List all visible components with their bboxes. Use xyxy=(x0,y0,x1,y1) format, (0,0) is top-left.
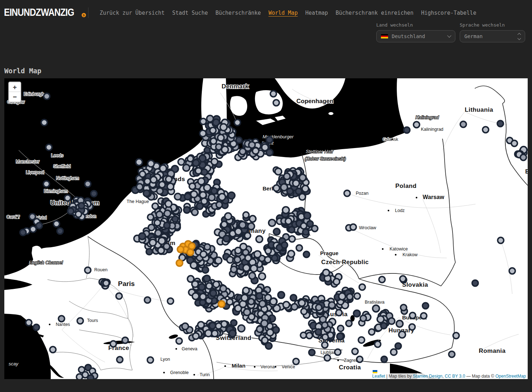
map-marker[interactable] xyxy=(511,140,518,147)
nav-item-0[interactable]: Zurück zur Übersicht xyxy=(100,10,165,16)
map-marker[interactable] xyxy=(200,130,206,137)
map-marker[interactable] xyxy=(231,320,237,326)
map-marker[interactable] xyxy=(76,211,82,217)
map-marker[interactable] xyxy=(156,211,163,218)
map-marker[interactable] xyxy=(146,249,152,255)
map-marker[interactable] xyxy=(164,210,170,217)
map-marker[interactable] xyxy=(239,222,246,229)
map-marker[interactable] xyxy=(20,230,26,236)
map-marker[interactable] xyxy=(357,356,363,363)
map-marker[interactable] xyxy=(36,223,42,229)
map-marker[interactable] xyxy=(377,316,384,323)
map-marker[interactable] xyxy=(299,300,305,306)
map-marker[interactable] xyxy=(192,209,198,216)
map-marker[interactable] xyxy=(249,142,255,148)
map-marker[interactable] xyxy=(212,330,218,337)
map-marker[interactable] xyxy=(157,188,163,194)
map-marker[interactable] xyxy=(85,267,91,273)
map-marker[interactable] xyxy=(229,330,236,337)
map-marker[interactable] xyxy=(204,244,210,250)
map-marker[interactable] xyxy=(193,333,199,339)
map-marker[interactable] xyxy=(278,292,285,298)
map-marker[interactable] xyxy=(238,325,245,332)
map-marker[interactable] xyxy=(210,128,216,134)
map-marker[interactable] xyxy=(284,173,290,180)
map-marker[interactable] xyxy=(293,359,299,365)
map-marker[interactable] xyxy=(215,323,222,329)
map-marker[interactable] xyxy=(281,184,287,191)
map-marker[interactable] xyxy=(243,264,250,271)
map-marker[interactable] xyxy=(211,158,218,165)
language-select[interactable]: German xyxy=(460,30,525,42)
map-marker[interactable] xyxy=(333,278,340,285)
map-marker[interactable] xyxy=(213,281,219,287)
map-marker[interactable] xyxy=(191,191,197,197)
map-marker[interactable] xyxy=(379,277,385,283)
map-marker[interactable] xyxy=(44,181,50,187)
map-marker[interactable] xyxy=(136,184,143,190)
map-marker[interactable] xyxy=(396,320,403,327)
map-marker[interactable] xyxy=(184,207,190,213)
map-marker[interactable] xyxy=(243,212,249,218)
map-marker[interactable] xyxy=(240,148,246,155)
map-marker[interactable] xyxy=(288,250,295,257)
map-marker[interactable] xyxy=(77,318,83,324)
map-marker[interactable] xyxy=(91,191,97,197)
map-marker[interactable] xyxy=(103,280,109,286)
map-marker[interactable] xyxy=(400,276,406,282)
map-marker-orange[interactable] xyxy=(188,243,195,249)
map-marker[interactable] xyxy=(88,375,94,379)
map-marker[interactable] xyxy=(245,255,251,261)
map-marker[interactable] xyxy=(235,120,241,126)
map-marker[interactable] xyxy=(199,284,205,290)
map-marker[interactable] xyxy=(54,221,60,227)
map-marker[interactable] xyxy=(335,349,341,355)
map-marker[interactable] xyxy=(85,181,91,187)
map-marker[interactable] xyxy=(303,229,309,235)
map-marker[interactable] xyxy=(322,322,328,328)
map-marker[interactable] xyxy=(201,198,207,204)
map-marker[interactable] xyxy=(216,202,222,208)
map-marker[interactable] xyxy=(250,216,256,222)
ccby-link[interactable]: CC BY 3.0 xyxy=(445,374,465,379)
map-marker[interactable] xyxy=(220,124,227,131)
map-canvas[interactable]: DenmarkUnited KingdomNetherlandsBelgiumG… xyxy=(4,78,528,379)
map-marker[interactable] xyxy=(316,304,322,310)
map-marker[interactable] xyxy=(272,255,278,261)
map-marker[interactable] xyxy=(265,248,271,254)
map-marker[interactable] xyxy=(283,301,290,308)
map-marker[interactable] xyxy=(200,251,207,258)
map-marker[interactable] xyxy=(221,221,227,227)
map-marker[interactable] xyxy=(205,330,212,337)
map-marker[interactable] xyxy=(209,323,216,329)
map-marker[interactable] xyxy=(273,185,279,191)
logo[interactable]: EINUNDZWANZIG ₿ xyxy=(4,7,86,18)
map-marker[interactable] xyxy=(210,138,217,144)
map-marker[interactable] xyxy=(117,357,123,363)
map-marker[interactable] xyxy=(267,329,274,336)
map-marker[interactable] xyxy=(322,342,328,348)
map-marker[interactable] xyxy=(158,247,164,254)
map-marker[interactable] xyxy=(235,248,241,254)
map-marker[interactable] xyxy=(287,188,293,194)
map-marker[interactable] xyxy=(289,236,295,242)
map-marker[interactable] xyxy=(195,168,201,174)
map-marker[interactable] xyxy=(57,228,63,234)
map-marker[interactable] xyxy=(46,144,52,151)
map-marker[interactable] xyxy=(266,137,273,143)
map-marker[interactable] xyxy=(273,229,280,235)
map-marker[interactable] xyxy=(200,119,206,125)
map-marker[interactable] xyxy=(192,293,199,299)
map-marker[interactable] xyxy=(33,324,40,331)
map-marker[interactable] xyxy=(472,280,478,286)
map-marker[interactable] xyxy=(329,302,335,308)
map-marker[interactable] xyxy=(139,233,145,239)
map-marker[interactable] xyxy=(312,226,318,232)
map-marker[interactable] xyxy=(235,228,242,235)
map-marker[interactable] xyxy=(222,146,228,153)
map-marker[interactable] xyxy=(192,281,198,287)
map-marker[interactable] xyxy=(136,159,142,165)
map-marker[interactable] xyxy=(116,293,122,299)
map-marker[interactable] xyxy=(354,293,360,299)
map-marker[interactable] xyxy=(30,226,36,232)
